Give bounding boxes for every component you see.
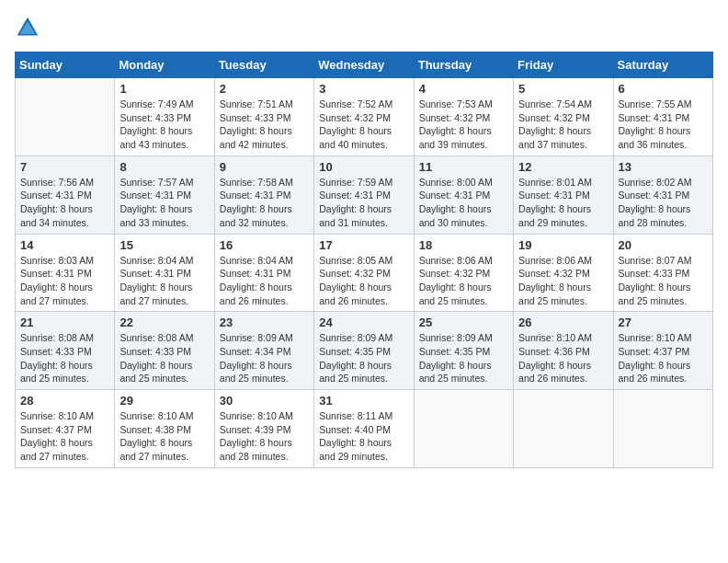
- calendar-cell: 8Sunrise: 7:57 AMSunset: 4:31 PMDaylight…: [115, 155, 214, 234]
- calendar-cell: 9Sunrise: 7:58 AMSunset: 4:31 PMDaylight…: [214, 155, 313, 234]
- cell-info: Sunrise: 8:04 AMSunset: 4:31 PMDaylight:…: [220, 254, 309, 308]
- calendar-cell: 20Sunrise: 8:07 AMSunset: 4:33 PMDayligh…: [613, 234, 712, 312]
- calendar-cell: 6Sunrise: 7:55 AMSunset: 4:31 PMDaylight…: [613, 78, 712, 156]
- calendar-cell: 31Sunrise: 8:11 AMSunset: 4:40 PMDayligh…: [314, 390, 414, 468]
- cell-info: Sunrise: 8:10 AMSunset: 4:38 PMDaylight:…: [119, 409, 209, 464]
- calendar-cell: 2Sunrise: 7:51 AMSunset: 4:33 PMDaylight…: [214, 78, 313, 156]
- calendar-week-row: 7Sunrise: 7:56 AMSunset: 4:31 PMDaylight…: [16, 155, 713, 234]
- weekday-header-wednesday: Wednesday: [314, 52, 414, 78]
- cell-info: Sunrise: 8:02 AMSunset: 4:31 PMDaylight:…: [619, 176, 708, 230]
- calendar-cell: 12Sunrise: 8:01 AMSunset: 4:31 PMDayligh…: [514, 155, 613, 234]
- calendar-cell: 4Sunrise: 7:53 AMSunset: 4:32 PMDaylight…: [414, 78, 513, 156]
- day-number: 16: [220, 238, 309, 252]
- calendar-cell: 19Sunrise: 8:06 AMSunset: 4:32 PMDayligh…: [514, 234, 613, 312]
- cell-info: Sunrise: 8:08 AMSunset: 4:33 PMDaylight:…: [20, 331, 109, 385]
- calendar-week-row: 21Sunrise: 8:08 AMSunset: 4:33 PMDayligh…: [16, 312, 713, 390]
- cell-info: Sunrise: 8:09 AMSunset: 4:35 PMDaylight:…: [419, 331, 508, 385]
- day-number: 2: [220, 82, 309, 96]
- day-number: 30: [220, 394, 309, 408]
- cell-info: Sunrise: 7:52 AMSunset: 4:32 PMDaylight:…: [319, 98, 408, 152]
- calendar-cell: 22Sunrise: 8:08 AMSunset: 4:33 PMDayligh…: [115, 312, 214, 390]
- weekday-header-saturday: Saturday: [613, 52, 712, 78]
- calendar-cell: 29Sunrise: 8:10 AMSunset: 4:38 PMDayligh…: [115, 390, 214, 468]
- day-number: 17: [319, 238, 408, 252]
- cell-info: Sunrise: 7:56 AMSunset: 4:31 PMDaylight:…: [20, 176, 109, 230]
- cell-info: Sunrise: 8:04 AMSunset: 4:31 PMDaylight:…: [119, 254, 209, 308]
- day-number: 21: [20, 316, 109, 329]
- calendar-cell: 13Sunrise: 8:02 AMSunset: 4:31 PMDayligh…: [613, 155, 712, 234]
- weekday-header-row: SundayMondayTuesdayWednesdayThursdayFrid…: [16, 52, 713, 78]
- cell-info: Sunrise: 8:10 AMSunset: 4:36 PMDaylight:…: [518, 331, 608, 385]
- day-number: 19: [518, 238, 608, 252]
- weekday-header-thursday: Thursday: [414, 52, 513, 78]
- calendar-cell: 5Sunrise: 7:54 AMSunset: 4:32 PMDaylight…: [514, 78, 613, 156]
- calendar-week-row: 28Sunrise: 8:10 AMSunset: 4:37 PMDayligh…: [16, 390, 713, 468]
- calendar-cell: 15Sunrise: 8:04 AMSunset: 4:31 PMDayligh…: [115, 234, 214, 312]
- day-number: 18: [419, 238, 508, 252]
- cell-info: Sunrise: 8:10 AMSunset: 4:39 PMDaylight:…: [220, 409, 309, 464]
- calendar-cell: 14Sunrise: 8:03 AMSunset: 4:31 PMDayligh…: [16, 234, 115, 312]
- day-number: 23: [220, 316, 309, 329]
- page-header: [15, 15, 713, 40]
- day-number: 8: [119, 160, 209, 174]
- cell-info: Sunrise: 7:53 AMSunset: 4:32 PMDaylight:…: [419, 98, 508, 152]
- cell-info: Sunrise: 7:55 AMSunset: 4:31 PMDaylight:…: [619, 98, 708, 152]
- cell-info: Sunrise: 7:51 AMSunset: 4:33 PMDaylight:…: [220, 98, 309, 152]
- calendar-cell: 3Sunrise: 7:52 AMSunset: 4:32 PMDaylight…: [314, 78, 414, 156]
- calendar-week-row: 1Sunrise: 7:49 AMSunset: 4:33 PMDaylight…: [16, 78, 713, 156]
- day-number: 11: [419, 160, 508, 174]
- day-number: 14: [20, 238, 109, 252]
- cell-info: Sunrise: 8:09 AMSunset: 4:34 PMDaylight:…: [220, 331, 309, 385]
- day-number: 22: [119, 316, 209, 329]
- day-number: 3: [319, 82, 408, 96]
- weekday-header-monday: Monday: [115, 52, 214, 78]
- calendar-cell: 11Sunrise: 8:00 AMSunset: 4:31 PMDayligh…: [414, 155, 513, 234]
- calendar-cell: [414, 390, 513, 468]
- day-number: 15: [119, 238, 209, 252]
- day-number: 10: [319, 160, 408, 174]
- cell-info: Sunrise: 7:59 AMSunset: 4:31 PMDaylight:…: [319, 176, 408, 230]
- day-number: 9: [220, 160, 309, 174]
- calendar-cell: 23Sunrise: 8:09 AMSunset: 4:34 PMDayligh…: [214, 312, 313, 390]
- calendar-cell: 25Sunrise: 8:09 AMSunset: 4:35 PMDayligh…: [414, 312, 513, 390]
- calendar-cell: 28Sunrise: 8:10 AMSunset: 4:37 PMDayligh…: [16, 390, 115, 468]
- cell-info: Sunrise: 7:57 AMSunset: 4:31 PMDaylight:…: [119, 176, 209, 230]
- cell-info: Sunrise: 8:08 AMSunset: 4:33 PMDaylight:…: [119, 331, 209, 385]
- calendar-cell: 21Sunrise: 8:08 AMSunset: 4:33 PMDayligh…: [16, 312, 115, 390]
- cell-info: Sunrise: 8:10 AMSunset: 4:37 PMDaylight:…: [619, 331, 708, 385]
- day-number: 12: [518, 160, 608, 174]
- day-number: 6: [619, 82, 708, 96]
- cell-info: Sunrise: 7:49 AMSunset: 4:33 PMDaylight:…: [119, 98, 209, 152]
- day-number: 5: [518, 82, 608, 96]
- calendar-cell: 24Sunrise: 8:09 AMSunset: 4:35 PMDayligh…: [314, 312, 414, 390]
- calendar-cell: 27Sunrise: 8:10 AMSunset: 4:37 PMDayligh…: [613, 312, 712, 390]
- weekday-header-tuesday: Tuesday: [214, 52, 313, 78]
- day-number: 27: [619, 316, 708, 329]
- day-number: 31: [319, 394, 408, 408]
- day-number: 26: [518, 316, 608, 329]
- cell-info: Sunrise: 8:07 AMSunset: 4:33 PMDaylight:…: [619, 254, 708, 308]
- day-number: 1: [119, 82, 209, 96]
- day-number: 13: [619, 160, 708, 174]
- cell-info: Sunrise: 8:11 AMSunset: 4:40 PMDaylight:…: [319, 409, 408, 464]
- calendar-cell: 18Sunrise: 8:06 AMSunset: 4:32 PMDayligh…: [414, 234, 513, 312]
- weekday-header-friday: Friday: [514, 52, 613, 78]
- cell-info: Sunrise: 8:00 AMSunset: 4:31 PMDaylight:…: [419, 176, 508, 230]
- calendar-cell: 17Sunrise: 8:05 AMSunset: 4:32 PMDayligh…: [314, 234, 414, 312]
- weekday-header-sunday: Sunday: [16, 52, 115, 78]
- day-number: 24: [319, 316, 408, 329]
- calendar-table: SundayMondayTuesdayWednesdayThursdayFrid…: [15, 52, 713, 468]
- day-number: 25: [419, 316, 508, 329]
- cell-info: Sunrise: 8:09 AMSunset: 4:35 PMDaylight:…: [319, 331, 408, 385]
- calendar-cell: 10Sunrise: 7:59 AMSunset: 4:31 PMDayligh…: [314, 155, 414, 234]
- calendar-cell: 26Sunrise: 8:10 AMSunset: 4:36 PMDayligh…: [514, 312, 613, 390]
- calendar-week-row: 14Sunrise: 8:03 AMSunset: 4:31 PMDayligh…: [16, 234, 713, 312]
- cell-info: Sunrise: 7:58 AMSunset: 4:31 PMDaylight:…: [220, 176, 309, 230]
- calendar-cell: 30Sunrise: 8:10 AMSunset: 4:39 PMDayligh…: [214, 390, 313, 468]
- day-number: 29: [119, 394, 209, 408]
- cell-info: Sunrise: 7:54 AMSunset: 4:32 PMDaylight:…: [518, 98, 608, 152]
- calendar-cell: 7Sunrise: 7:56 AMSunset: 4:31 PMDaylight…: [16, 155, 115, 234]
- calendar-cell: 16Sunrise: 8:04 AMSunset: 4:31 PMDayligh…: [214, 234, 313, 312]
- day-number: 4: [419, 82, 508, 96]
- calendar-cell: [613, 390, 712, 468]
